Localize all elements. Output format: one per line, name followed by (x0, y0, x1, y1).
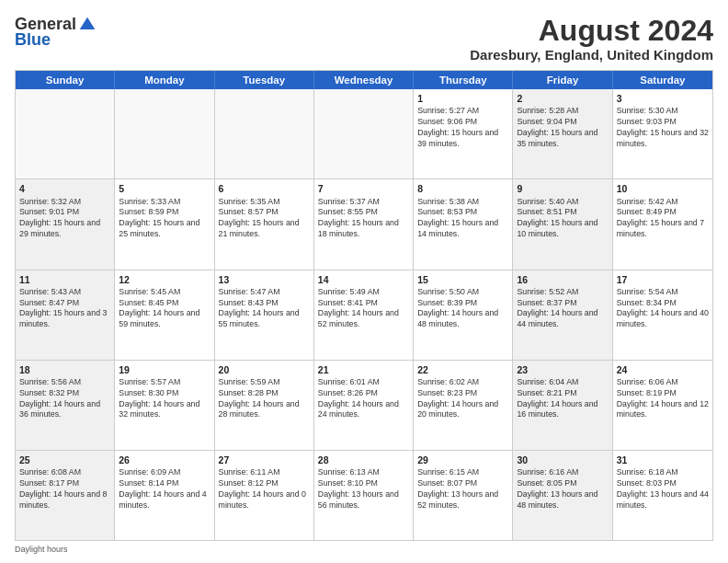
cal-cell-3-6: 16Sunrise: 5:52 AM Sunset: 8:37 PM Dayli… (513, 270, 612, 360)
cal-cell-4-2: 19Sunrise: 5:57 AM Sunset: 8:30 PM Dayli… (115, 361, 214, 450)
day-num-15: 15 (417, 273, 508, 286)
cell-info-28: Sunrise: 6:13 AM Sunset: 8:10 PM Dayligh… (318, 467, 409, 511)
cell-info-11: Sunrise: 5:43 AM Sunset: 8:47 PM Dayligh… (19, 287, 110, 331)
header-sunday: Sunday (16, 71, 115, 89)
cal-cell-2-7: 10Sunrise: 5:42 AM Sunset: 8:49 PM Dayli… (613, 179, 712, 269)
day-num-11: 11 (19, 273, 110, 286)
cell-info-25: Sunrise: 6:08 AM Sunset: 8:17 PM Dayligh… (19, 467, 110, 511)
day-num-1: 1 (417, 92, 508, 105)
day-num-18: 18 (19, 363, 110, 376)
cal-cell-4-7: 24Sunrise: 6:06 AM Sunset: 8:19 PM Dayli… (613, 361, 712, 450)
cell-info-31: Sunrise: 6:18 AM Sunset: 8:03 PM Dayligh… (617, 467, 709, 511)
cal-week-5: 25Sunrise: 6:08 AM Sunset: 8:17 PM Dayli… (16, 451, 712, 540)
cal-cell-1-2 (115, 89, 214, 178)
cell-info-26: Sunrise: 6:09 AM Sunset: 8:14 PM Dayligh… (119, 467, 210, 511)
day-num-20: 20 (219, 363, 310, 376)
day-num-5: 5 (119, 182, 210, 195)
calendar-body: 1Sunrise: 5:27 AM Sunset: 9:06 PM Daylig… (16, 89, 712, 540)
cell-info-20: Sunrise: 5:59 AM Sunset: 8:28 PM Dayligh… (219, 377, 310, 421)
cal-cell-5-7: 31Sunrise: 6:18 AM Sunset: 8:03 PM Dayli… (613, 451, 712, 540)
cell-info-6: Sunrise: 5:35 AM Sunset: 8:57 PM Dayligh… (219, 197, 310, 241)
cal-cell-1-5: 1Sunrise: 5:27 AM Sunset: 9:06 PM Daylig… (414, 89, 513, 178)
logo: General Blue (15, 15, 97, 50)
cal-cell-1-3 (215, 89, 314, 178)
cell-info-12: Sunrise: 5:45 AM Sunset: 8:45 PM Dayligh… (119, 287, 210, 331)
day-num-6: 6 (219, 182, 310, 195)
day-num-13: 13 (219, 273, 310, 286)
cal-cell-3-7: 17Sunrise: 5:54 AM Sunset: 8:34 PM Dayli… (613, 270, 712, 360)
footer-note: Daylight hours (15, 545, 713, 554)
cell-info-23: Sunrise: 6:04 AM Sunset: 8:21 PM Dayligh… (517, 377, 608, 421)
cell-info-22: Sunrise: 6:02 AM Sunset: 8:23 PM Dayligh… (417, 377, 508, 421)
header-saturday: Saturday (613, 71, 712, 89)
day-num-7: 7 (318, 182, 409, 195)
day-num-30: 30 (517, 454, 608, 466)
day-num-21: 21 (318, 363, 409, 376)
header-wednesday: Wednesday (314, 71, 414, 89)
cal-cell-3-2: 12Sunrise: 5:45 AM Sunset: 8:45 PM Dayli… (115, 270, 214, 360)
cell-info-21: Sunrise: 6:01 AM Sunset: 8:26 PM Dayligh… (318, 377, 409, 421)
header-monday: Monday (115, 71, 214, 89)
day-num-3: 3 (617, 92, 709, 105)
cell-info-3: Sunrise: 5:30 AM Sunset: 9:03 PM Dayligh… (617, 106, 709, 150)
cal-cell-1-1 (16, 89, 115, 178)
day-num-25: 25 (19, 454, 110, 466)
calendar-header: Sunday Monday Tuesday Wednesday Thursday… (16, 71, 712, 89)
calendar: Sunday Monday Tuesday Wednesday Thursday… (15, 70, 713, 541)
cell-info-30: Sunrise: 6:16 AM Sunset: 8:05 PM Dayligh… (517, 467, 608, 511)
cal-cell-2-1: 4Sunrise: 5:32 AM Sunset: 9:01 PM Daylig… (16, 179, 115, 269)
cell-info-8: Sunrise: 5:38 AM Sunset: 8:53 PM Dayligh… (417, 197, 508, 241)
day-num-31: 31 (617, 454, 709, 466)
day-num-26: 26 (119, 454, 210, 466)
cal-cell-2-6: 9Sunrise: 5:40 AM Sunset: 8:51 PM Daylig… (513, 179, 612, 269)
title-section: August 2024 Daresbury, England, United K… (470, 15, 713, 63)
cal-cell-2-4: 7Sunrise: 5:37 AM Sunset: 8:55 PM Daylig… (314, 179, 414, 269)
header-friday: Friday (513, 71, 612, 89)
cell-info-10: Sunrise: 5:42 AM Sunset: 8:49 PM Dayligh… (617, 197, 709, 241)
day-num-14: 14 (318, 273, 409, 286)
day-num-19: 19 (119, 363, 210, 376)
day-num-10: 10 (617, 182, 709, 195)
cal-cell-5-6: 30Sunrise: 6:16 AM Sunset: 8:05 PM Dayli… (513, 451, 612, 540)
cell-info-16: Sunrise: 5:52 AM Sunset: 8:37 PM Dayligh… (517, 287, 608, 331)
cal-cell-5-4: 28Sunrise: 6:13 AM Sunset: 8:10 PM Dayli… (314, 451, 414, 540)
cal-cell-5-1: 25Sunrise: 6:08 AM Sunset: 8:17 PM Dayli… (16, 451, 115, 540)
cell-info-1: Sunrise: 5:27 AM Sunset: 9:06 PM Dayligh… (417, 106, 508, 150)
cal-cell-5-3: 27Sunrise: 6:11 AM Sunset: 8:12 PM Dayli… (215, 451, 314, 540)
day-num-2: 2 (517, 92, 608, 105)
month-year-title: August 2024 (470, 15, 713, 47)
cal-cell-1-7: 3Sunrise: 5:30 AM Sunset: 9:03 PM Daylig… (613, 89, 712, 178)
cal-week-3: 11Sunrise: 5:43 AM Sunset: 8:47 PM Dayli… (16, 270, 712, 361)
cal-cell-4-5: 22Sunrise: 6:02 AM Sunset: 8:23 PM Dayli… (414, 361, 513, 450)
day-num-17: 17 (617, 273, 709, 286)
day-num-9: 9 (517, 182, 608, 195)
cell-info-15: Sunrise: 5:50 AM Sunset: 8:39 PM Dayligh… (417, 287, 508, 331)
header-tuesday: Tuesday (215, 71, 314, 89)
cell-info-29: Sunrise: 6:15 AM Sunset: 8:07 PM Dayligh… (417, 467, 508, 511)
day-num-4: 4 (19, 182, 110, 195)
cal-week-2: 4Sunrise: 5:32 AM Sunset: 9:01 PM Daylig… (16, 179, 712, 270)
svg-marker-0 (80, 17, 96, 29)
cal-cell-5-5: 29Sunrise: 6:15 AM Sunset: 8:07 PM Dayli… (414, 451, 513, 540)
cal-cell-2-3: 6Sunrise: 5:35 AM Sunset: 8:57 PM Daylig… (215, 179, 314, 269)
day-num-22: 22 (417, 363, 508, 376)
day-num-16: 16 (517, 273, 608, 286)
day-num-23: 23 (517, 363, 608, 376)
cell-info-27: Sunrise: 6:11 AM Sunset: 8:12 PM Dayligh… (219, 467, 310, 511)
cal-cell-4-6: 23Sunrise: 6:04 AM Sunset: 8:21 PM Dayli… (513, 361, 612, 450)
cell-info-9: Sunrise: 5:40 AM Sunset: 8:51 PM Dayligh… (517, 197, 608, 241)
page-header: General Blue August 2024 Daresbury, Engl… (15, 15, 713, 63)
cell-info-5: Sunrise: 5:33 AM Sunset: 8:59 PM Dayligh… (119, 197, 210, 241)
cal-cell-1-4 (314, 89, 414, 178)
logo-blue: Blue (15, 30, 51, 50)
cal-cell-5-2: 26Sunrise: 6:09 AM Sunset: 8:14 PM Dayli… (115, 451, 214, 540)
cal-cell-3-3: 13Sunrise: 5:47 AM Sunset: 8:43 PM Dayli… (215, 270, 314, 360)
cell-info-13: Sunrise: 5:47 AM Sunset: 8:43 PM Dayligh… (219, 287, 310, 331)
day-num-12: 12 (119, 273, 210, 286)
day-num-27: 27 (219, 454, 310, 466)
cal-week-4: 18Sunrise: 5:56 AM Sunset: 8:32 PM Dayli… (16, 361, 712, 451)
day-num-28: 28 (318, 454, 409, 466)
cal-cell-2-2: 5Sunrise: 5:33 AM Sunset: 8:59 PM Daylig… (115, 179, 214, 269)
cal-cell-4-4: 21Sunrise: 6:01 AM Sunset: 8:26 PM Dayli… (314, 361, 414, 450)
cal-cell-2-5: 8Sunrise: 5:38 AM Sunset: 8:53 PM Daylig… (414, 179, 513, 269)
